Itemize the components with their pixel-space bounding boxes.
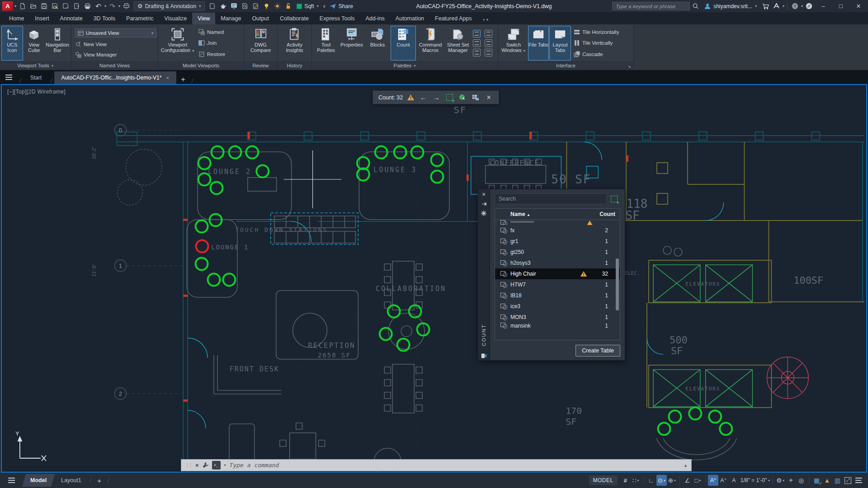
command-bar[interactable]: ⋮⋮ × >_ ▾ Type a command ▲: [181, 459, 692, 471]
view-dropdown[interactable]: Unsaved View ▾: [75, 28, 156, 38]
tab-visualize[interactable]: Visualize: [159, 13, 193, 24]
open-web-icon[interactable]: [71, 1, 82, 11]
annotation-scale-value[interactable]: 1/8" = 1'-0": [739, 477, 769, 483]
user-account[interactable]: shiyamdev.srit... ▾: [701, 1, 760, 11]
search-input[interactable]: [612, 2, 690, 10]
autocad-logo[interactable]: A: [2, 1, 13, 11]
collapse-chevron-icon[interactable]: ∨: [322, 4, 326, 9]
designcenter-mini-icon[interactable]: [485, 30, 492, 38]
app-menu-caret-icon[interactable]: ▾: [14, 4, 17, 8]
tab-insert[interactable]: Insert: [29, 13, 54, 24]
search-icon[interactable]: [690, 1, 701, 11]
count-select-button[interactable]: [458, 93, 467, 102]
command-prompt-caret-icon[interactable]: ▾: [224, 463, 226, 467]
palette-autohide-icon[interactable]: [481, 202, 486, 206]
file-tab-close-icon[interactable]: ×: [166, 75, 169, 80]
panel-label-named-views[interactable]: Named Views: [71, 61, 158, 70]
count-zoom-selected-button[interactable]: [445, 93, 454, 102]
printer-icon[interactable]: [82, 1, 93, 11]
navigation-bar-button[interactable]: Navigation Bar: [45, 26, 70, 61]
properties-button[interactable]: Properties: [339, 26, 364, 61]
panel-label-palettes[interactable]: Palettes▾: [312, 61, 498, 70]
model-space-badge[interactable]: MODEL: [589, 475, 618, 485]
autodesk-logo-icon[interactable]: [771, 1, 782, 11]
maximize-button[interactable]: □: [832, 0, 849, 12]
undo-button[interactable]: ↶: [93, 1, 104, 11]
annotation-autoscale-toggle[interactable]: A⁺: [718, 475, 729, 486]
tab-featured-apps[interactable]: Featured Apps: [429, 13, 477, 24]
panel-label-viewport-tools[interactable]: Viewport Tools▾: [0, 61, 71, 70]
share-button[interactable]: Share: [327, 1, 356, 11]
sheet-icon[interactable]: [207, 1, 217, 11]
autodesk-caret-icon[interactable]: ▾: [782, 4, 785, 8]
batch-plot-icon[interactable]: [121, 1, 132, 11]
palette-scrollbar-thumb[interactable]: [616, 258, 619, 310]
palette-search-input[interactable]: [495, 193, 607, 204]
join-viewports-button[interactable]: Join: [198, 40, 225, 46]
count-column-header[interactable]: Count: [599, 211, 615, 217]
tab-collaborate[interactable]: Collaborate: [274, 13, 314, 24]
viewport-controls-label[interactable]: [−][Top][2D Wireframe]: [7, 89, 66, 95]
sheet-edit-icon[interactable]: [250, 1, 261, 11]
save-as-icon[interactable]: [50, 1, 60, 11]
workspace-settings-button[interactable]: ⚙▾: [775, 475, 786, 486]
open-file-icon[interactable]: [28, 1, 38, 11]
count-row[interactable]: mansink1: [495, 323, 620, 331]
xref-notification-icon[interactable]: ▲: [822, 475, 832, 486]
count-warning-icon[interactable]: [407, 94, 415, 101]
redo-button[interactable]: ↷: [107, 1, 118, 11]
named-viewports-button[interactable]: Named: [198, 29, 225, 35]
reference-mini-icon[interactable]: [473, 49, 481, 56]
monitor-settings-icon[interactable]: [229, 1, 239, 11]
tool-palettes-button[interactable]: Tool Palettes: [313, 26, 339, 61]
create-table-button[interactable]: Create Table: [576, 345, 620, 357]
layout1-tab[interactable]: Layout1: [55, 474, 87, 487]
count-row[interactable]: ice31: [495, 301, 620, 312]
command-input[interactable]: Type a command: [230, 462, 279, 469]
unlock-icon[interactable]: [283, 1, 293, 11]
new-layout-button[interactable]: +: [93, 477, 106, 484]
count-close-button[interactable]: ×: [484, 93, 493, 102]
close-button[interactable]: ×: [850, 0, 867, 12]
panel-label-interface[interactable]: Interface↘: [498, 61, 633, 70]
undo-caret-icon[interactable]: ▾: [104, 4, 107, 8]
sheet-search-icon[interactable]: [240, 1, 250, 11]
clean-screen-button[interactable]: ⤢: [843, 475, 853, 486]
hardware-acceleration-button[interactable]: ▥: [832, 475, 843, 486]
annotation-scale-button[interactable]: A: [729, 475, 739, 486]
command-macros-button[interactable]: Command Macros: [416, 26, 444, 61]
new-view-button[interactable]: New View: [75, 41, 154, 47]
count-row-partial-top[interactable]: [495, 220, 620, 225]
render-teapot-icon[interactable]: [218, 1, 228, 11]
tab-automation[interactable]: Automation: [390, 13, 429, 24]
blocks-button[interactable]: Blocks: [365, 26, 390, 61]
count-row-selected[interactable]: High Chair 32: [495, 268, 620, 279]
palette-select-region-icon[interactable]: [611, 196, 618, 202]
status-menu-icon[interactable]: [8, 480, 15, 481]
panel-label-review[interactable]: Review: [244, 61, 277, 70]
tile-horizontally-button[interactable]: Tile Horizontally: [574, 29, 619, 35]
help-icon[interactable]: ?: [790, 1, 800, 11]
annotation-monitor-toggle[interactable]: +: [786, 475, 796, 486]
calculator-mini-icon[interactable]: [485, 39, 492, 47]
grid-display-toggle[interactable]: #: [620, 475, 631, 486]
isolate-objects-button[interactable]: ◎: [796, 475, 807, 486]
tab-3d-tools[interactable]: 3D Tools: [88, 13, 121, 24]
minimize-button[interactable]: –: [815, 0, 832, 12]
file-tab-active[interactable]: AutoCAD-FY25-Offic...Insights-Demo-V1*×: [54, 71, 176, 84]
model-tab[interactable]: Model: [22, 474, 55, 487]
count-row[interactable]: IB181: [495, 290, 620, 301]
file-tab-menu-icon[interactable]: [5, 77, 12, 78]
redo-caret-icon[interactable]: ▾: [118, 4, 121, 8]
new-file-icon[interactable]: [17, 1, 28, 11]
tab-home[interactable]: Home: [4, 13, 29, 24]
snap-mode-toggle[interactable]: ∷▾: [631, 475, 641, 486]
graphics-performance-button[interactable]: ▦✓: [811, 475, 822, 486]
command-prompt-icon[interactable]: >_: [212, 461, 221, 469]
ortho-mode-toggle[interactable]: ∟: [646, 475, 656, 486]
count-row[interactable]: MON31: [495, 312, 620, 323]
help-caret-icon[interactable]: ▾: [801, 4, 803, 8]
count-row[interactable]: h2osys31: [495, 258, 620, 268]
command-line-mini-icon[interactable]: [473, 30, 481, 38]
viewport-configuration-button[interactable]: Viewport Configuration ▾: [160, 26, 196, 61]
